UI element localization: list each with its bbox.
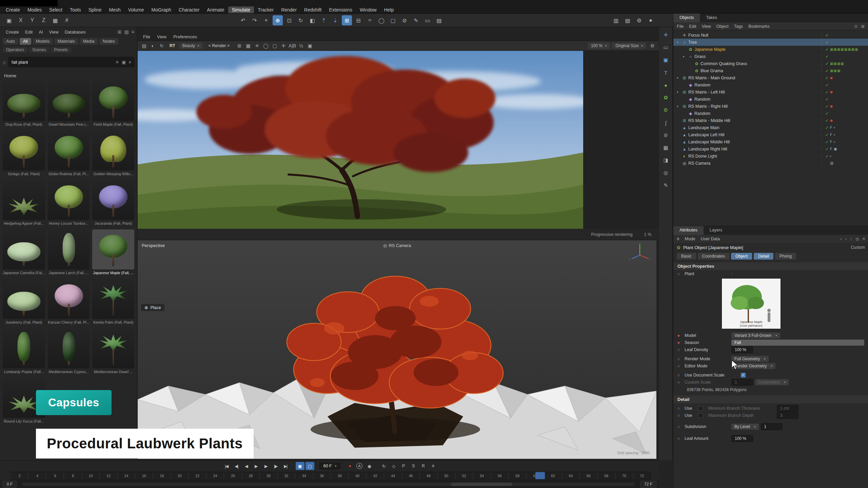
visibility-dots-icon[interactable]: ⁚ (819, 76, 824, 80)
live-selection-icon[interactable]: ⌖ (261, 15, 271, 25)
array-icon[interactable]: ▦ (661, 143, 671, 153)
menu-item[interactable]: Modes (24, 6, 45, 13)
visibility-dots-icon[interactable]: ⁚ (819, 111, 824, 115)
grid-view-icon[interactable]: ⊞ (118, 29, 122, 35)
loop-icon[interactable]: ↻ (379, 462, 388, 470)
object-row[interactable]: ◆ Random ⁚ ✓ (673, 96, 868, 103)
plant-tile[interactable]: Kanzan Cherry (Fall, Pl... (48, 279, 90, 324)
custom-preset-select[interactable]: Custom (851, 245, 865, 250)
play-button[interactable]: ▶ (252, 462, 260, 470)
search-icon[interactable]: ⊙ (855, 237, 859, 242)
prev-key-button[interactable]: ◀| (232, 462, 241, 470)
filter-tab[interactable]: Auto (3, 38, 18, 45)
object-row[interactable]: ⊞ RS Matrix - Middle Hill ⁚ ✓ ■ (673, 117, 868, 124)
list-view-icon[interactable]: ▤ (124, 29, 129, 35)
cube-icon[interactable]: ▣ (661, 55, 671, 65)
visibility-dots-icon[interactable]: ⁚ (819, 97, 824, 101)
plant-icon[interactable]: ✿ (661, 93, 671, 103)
object-row[interactable]: ◆ Random ⁚ ✓ (673, 110, 868, 117)
goto-end-button[interactable]: ▶| (281, 462, 290, 470)
coord-up-icon[interactable]: ⇡ (319, 15, 329, 25)
subdivision-mode-select[interactable]: By Level▾ (731, 424, 759, 430)
enabled-check-icon[interactable]: ✓ (824, 40, 830, 45)
plant-tile[interactable]: Japanese Larch (Fall, ... (48, 229, 90, 275)
render-view-menu-item[interactable]: File (140, 34, 154, 40)
snapshot-icon[interactable]: ▣ (306, 43, 314, 48)
enabled-check-icon[interactable]: ✓ (824, 104, 830, 109)
object-manager-menu-item[interactable]: Bookmarks (748, 24, 770, 29)
record-keyframe-icon[interactable]: ● (346, 462, 354, 470)
render-nav[interactable]: < Render > (205, 43, 233, 48)
min-branch-thickness-field[interactable]: 1 cm (777, 405, 798, 412)
visibility-dots-icon[interactable]: ⁚ (819, 62, 824, 65)
object-tags[interactable]: ▦▦▦▦ (830, 62, 865, 65)
visibility-dots-icon[interactable]: ⁚ (819, 147, 824, 151)
pen-icon[interactable]: ✎ (661, 180, 671, 190)
range-start-field[interactable]: 0 F (3, 481, 17, 488)
render-settings-gear-icon[interactable]: ⚙ (649, 43, 656, 48)
object-name[interactable]: RS Camera (688, 161, 710, 166)
object-tags[interactable]: ▦▦▦▦▦▦▦▦ (830, 47, 865, 51)
last-tool-icon[interactable]: ◧ (307, 15, 317, 25)
visibility-dots-icon[interactable]: ⁚ (819, 161, 824, 165)
scale-key-icon[interactable]: S (409, 462, 417, 470)
keyframe-icon[interactable]: ◇ (389, 462, 398, 470)
view-options-icon[interactable]: ⊞ (861, 24, 865, 29)
capsule-icon[interactable]: ▭ (422, 15, 433, 25)
undo-icon[interactable]: ↶ (238, 15, 248, 25)
expand-arrow-icon[interactable]: ▾ (683, 55, 687, 58)
camera-icon[interactable]: ◎ (661, 168, 671, 178)
enabled-check-icon[interactable]: ✓ (824, 54, 830, 59)
next-frame-button[interactable]: ▶ (261, 462, 270, 470)
record-settings-icon[interactable]: ◉ (364, 462, 373, 470)
enabled-check-icon[interactable]: ✓ (824, 140, 830, 144)
object-row[interactable]: ▲ Landscape Middle Hill ⁚ ✓ F ▪ (673, 138, 868, 145)
object-manager-menu-item[interactable]: Object (716, 24, 729, 29)
object-tags[interactable]: ▦▦▦ (830, 69, 865, 73)
enabled-check-icon[interactable]: ✓ (824, 33, 830, 38)
grid-snap-icon[interactable]: ⊞ (342, 15, 352, 25)
object-row[interactable]: ✿ Blue Grama ⁚ ✓ ▦▦▦ (673, 67, 868, 74)
enabled-check-icon[interactable]: ✓ (824, 68, 830, 73)
menu-item[interactable]: Animate (203, 6, 228, 13)
star-icon[interactable]: ✳ (253, 43, 261, 48)
visibility-dots-icon[interactable]: ⁚ (819, 140, 824, 144)
object-tags[interactable]: ■ (830, 118, 865, 123)
mode-menu[interactable]: Mode (685, 237, 695, 241)
save-render-icon[interactable]: ▤ (140, 43, 148, 48)
object-row[interactable]: ✿ Japanese Maple ⁚ ✓ ▦▦▦▦▦▦▦▦ (673, 46, 868, 53)
visibility-dots-icon[interactable]: ⁚ (819, 47, 824, 51)
object-manager-menu-item[interactable]: Tags (734, 24, 743, 29)
object-row[interactable]: ✛ Focus Null ⁚ ✓ (673, 32, 868, 39)
plant-tile[interactable]: Honey Locust 'Sunbur... (48, 180, 90, 225)
compare-icon[interactable]: ◐ (149, 43, 157, 48)
category-tab[interactable]: Scenes (29, 47, 49, 53)
enabled-check-icon[interactable]: ✓ (824, 61, 830, 66)
object-tags[interactable]: F ▪ (830, 133, 865, 137)
render-view-menu-item[interactable]: Preferences (170, 34, 200, 40)
search-filter-icon[interactable]: ≡ (129, 60, 131, 65)
object-name[interactable]: Blue Grama (701, 68, 723, 73)
plant-expand-icon[interactable]: › (731, 272, 732, 276)
visibility-dots-icon[interactable]: ⁚ (819, 83, 824, 87)
object-name[interactable]: Japanese Maple (694, 47, 726, 52)
plant-tile[interactable]: Kentia Palm (Fall, Plant) (92, 279, 134, 324)
menu-item[interactable]: Character (175, 6, 203, 13)
current-frame-field[interactable]: 60 F▾ (319, 463, 341, 469)
object-row[interactable]: ▾ ○ Grass ⁚ ✓ (673, 53, 868, 60)
enabled-check-icon[interactable]: ✓ (824, 147, 830, 151)
enabled-check-icon[interactable]: ✓ (824, 90, 830, 95)
checker-icon[interactable]: ▦ (244, 43, 252, 48)
object-tags[interactable]: ■ (830, 89, 865, 95)
autokey-icon[interactable]: A (356, 463, 362, 469)
up-icon[interactable]: ↑ (850, 237, 852, 242)
clipboard-icon[interactable]: ▤ (434, 15, 444, 25)
enabled-check-icon[interactable]: ✓ (824, 47, 830, 52)
render-view-menu-item[interactable]: View (154, 34, 170, 40)
perspective-viewport[interactable]: Perspective ◎ RS Camera ⊕ Place y x z Gr… (138, 240, 656, 459)
object-tags[interactable]: F ▪ (830, 140, 865, 144)
object-row[interactable]: ▾ ⊞ RS Matrix - Main Ground ⁚ ✓ ■ (673, 74, 868, 81)
visibility-dots-icon[interactable]: ⁚ (819, 133, 824, 137)
menu-icon[interactable]: ≡ (863, 237, 865, 242)
viewport-camera-label[interactable]: ◎ RS Camera (383, 243, 411, 248)
